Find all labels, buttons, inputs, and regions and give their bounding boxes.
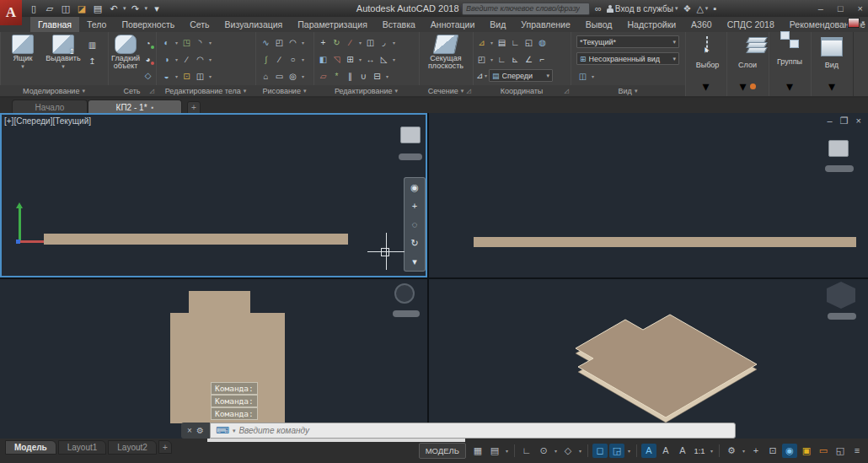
orbit-icon[interactable]: ↻: [410, 239, 418, 248]
a360-icon[interactable]: △▾: [696, 3, 708, 14]
plot-icon[interactable]: ▤: [91, 2, 104, 15]
dialog-launcher-icon[interactable]: ◿: [565, 88, 569, 94]
command-line-handle[interactable]: × ⚙: [181, 423, 210, 439]
ribbon-tab-7[interactable]: Вставка: [375, 17, 423, 32]
panel-label-mesh[interactable]: Сеть: [108, 85, 156, 96]
isodraft-icon[interactable]: ◇: [560, 444, 576, 458]
dropdown-caret-icon[interactable]: ▾: [504, 448, 510, 454]
command-tools-icon[interactable]: ⚙: [196, 426, 204, 435]
ucs-object-icon[interactable]: ∟: [509, 36, 522, 49]
polar-tracking-icon[interactable]: ⊙: [536, 444, 551, 458]
slice-icon[interactable]: ∕: [180, 53, 193, 66]
extrude-button[interactable]: ↥ Выдавить ▾: [44, 35, 83, 70]
copy-icon[interactable]: ◫: [364, 36, 377, 49]
save-icon[interactable]: ◫: [59, 2, 72, 15]
file-tab-document[interactable]: КП2 - 1* ▪: [88, 100, 182, 114]
ellipse-icon[interactable]: ◎: [287, 70, 299, 83]
viewport-isometric[interactable]: [429, 279, 868, 439]
dropdown-caret-icon[interactable]: ▾: [741, 448, 747, 454]
ribbon-tab-9[interactable]: Вид: [482, 17, 513, 32]
ucs-view-icon[interactable]: ▤: [496, 36, 508, 49]
viewcube[interactable]: [394, 283, 415, 304]
scale-icon[interactable]: ◹: [330, 53, 343, 66]
explode-icon[interactable]: *: [330, 70, 343, 83]
shell-icon[interactable]: ⊡: [180, 70, 193, 83]
solid-front-profile[interactable]: [474, 237, 856, 247]
chevron-down-icon[interactable]: ▾: [739, 78, 746, 94]
line-icon[interactable]: ∕: [273, 53, 286, 66]
annotation-autoscale-icon[interactable]: А: [658, 444, 673, 458]
overkill-icon[interactable]: ⊟: [371, 70, 383, 83]
section-plane-button[interactable]: Секущая плоскость: [427, 35, 464, 71]
viewport-minimize-button[interactable]: –: [828, 116, 833, 127]
app-store-cart-icon[interactable]: ❖: [683, 3, 692, 14]
model-space-badge[interactable]: МОДЕЛЬ: [419, 443, 466, 459]
smooth-object-button[interactable]: Гладкий объект: [110, 35, 142, 71]
fillet-icon[interactable]: ◞: [378, 36, 390, 49]
named-ucs-dropdown[interactable]: ▤ Спереди ▾: [489, 69, 553, 82]
panel-label-modeling[interactable]: Моделирование▾: [0, 85, 108, 96]
panel-label-section[interactable]: Сечение▾: [419, 85, 473, 96]
polysolid-icon[interactable]: ▥: [86, 39, 99, 51]
dropdown-caret-icon[interactable]: ▾: [384, 73, 390, 79]
ucs-zaxis-icon[interactable]: ⊾: [509, 53, 522, 66]
dropdown-caret-icon[interactable]: ▾: [553, 448, 559, 454]
rotate-icon[interactable]: ↻: [330, 36, 343, 49]
panel-label-solid-editing[interactable]: Редактирование тела▾: [156, 85, 255, 96]
dropdown-caret-icon[interactable]: ▾: [709, 448, 715, 454]
annotation-sync-icon[interactable]: А: [675, 444, 690, 458]
join-icon[interactable]: ∪: [357, 70, 370, 83]
ribbon-tab-6[interactable]: Параметризация: [290, 17, 375, 32]
taper-faces-icon[interactable]: ◠: [194, 53, 206, 66]
ucs-world-icon[interactable]: ◍: [536, 36, 549, 49]
solid-intersect-icon[interactable]: ◒: [160, 70, 173, 83]
ucs-icon[interactable]: ⊿: [475, 36, 488, 49]
annotation-visibility-icon[interactable]: А: [641, 444, 656, 458]
mesh-refine-icon[interactable]: ◇: [142, 69, 154, 82]
file-tab-start[interactable]: Начало: [12, 100, 88, 114]
dropdown-caret-icon[interactable]: ▾: [300, 40, 306, 46]
viewport-label[interactable]: [+][Спереди][Текущий]: [4, 116, 91, 126]
viewport-restore-button[interactable]: ❐: [840, 116, 849, 127]
dropdown-caret-icon[interactable]: ▾: [145, 5, 148, 12]
ribbon-tab-5[interactable]: Визуализация: [217, 17, 291, 32]
polygon-icon[interactable]: ⌂: [260, 70, 272, 83]
ucs-face-icon[interactable]: ◱: [522, 36, 535, 49]
stretch-icon[interactable]: ↔: [364, 53, 377, 66]
layout-tab-layout1[interactable]: Layout1: [58, 440, 107, 455]
dropdown-caret-icon[interactable]: ▾: [391, 57, 397, 62]
panel-view-tools[interactable]: Вид ▾: [811, 32, 854, 96]
polyline-3d-icon[interactable]: ∿: [260, 36, 272, 49]
named-view-dropdown[interactable]: ⊞ Несохраненный вид ▾: [576, 52, 679, 65]
ortho-mode-icon[interactable]: ∟: [519, 444, 534, 458]
arc-icon[interactable]: ◠: [287, 36, 299, 49]
panel-layers[interactable]: Слои ▾: [726, 32, 769, 96]
dropdown-caret-icon[interactable]: ▾: [207, 73, 213, 79]
fillet-edge-icon[interactable]: ◝: [194, 36, 206, 49]
viewcube[interactable]: [828, 140, 849, 157]
circle-icon[interactable]: ○: [287, 53, 299, 66]
dropdown-caret-icon[interactable]: ▾: [357, 57, 363, 62]
dropdown-caret-icon[interactable]: ▾: [174, 73, 179, 79]
infocenter-menu-icon[interactable]: ▪: [713, 3, 716, 13]
object-snap-3d-icon[interactable]: ◲: [609, 444, 624, 458]
new-layout-button[interactable]: +: [158, 440, 172, 454]
workspace-switch-icon[interactable]: ⚙: [724, 444, 739, 458]
solid-front-profile[interactable]: [44, 234, 348, 245]
ucs-named-icon[interactable]: ⊿: [475, 69, 484, 82]
dialog-launcher-icon[interactable]: ◿: [467, 88, 471, 94]
command-input[interactable]: ⌨ ▾ Введите команду: [210, 423, 736, 439]
chamfer-icon[interactable]: ◺: [378, 53, 390, 66]
viewport-front[interactable]: [+][Спереди][Текущий] ◉+◌↻▾: [0, 113, 427, 277]
annotation-monitor-icon[interactable]: +: [748, 444, 764, 458]
layout-tab-model[interactable]: Модель: [5, 440, 56, 455]
dropdown-caret-icon[interactable]: ▾: [357, 40, 363, 46]
save-as-icon[interactable]: ◪: [75, 2, 88, 15]
chevron-down-icon[interactable]: ▾: [828, 78, 835, 94]
zoom-icon[interactable]: ◌: [412, 220, 418, 229]
mirror-icon[interactable]: ◧: [317, 53, 330, 66]
mesh-smooth-more-icon[interactable]: ◔: [142, 37, 154, 50]
open-file-icon[interactable]: ▱: [43, 2, 56, 15]
ribbon-tab-4[interactable]: Сеть: [182, 17, 217, 32]
quick-properties-icon[interactable]: ⊡: [765, 444, 780, 458]
